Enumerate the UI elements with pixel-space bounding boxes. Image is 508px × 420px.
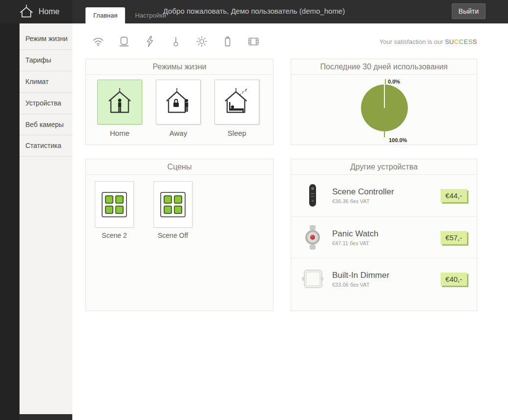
scene-card-scene-off[interactable] xyxy=(153,181,192,228)
device-info: Panic Watch €47.11 без VAT xyxy=(332,229,379,246)
scene-controller-image xyxy=(301,183,324,209)
tagline: Your satisfaction is our SUCCESS xyxy=(380,38,477,45)
away-mode-icon xyxy=(162,88,195,116)
usage-pie-chart xyxy=(361,84,408,131)
other-devices-title: Другие устройства xyxy=(291,159,477,175)
scene-square xyxy=(105,195,113,204)
scenes-row: Scene 2 Scene Off xyxy=(86,175,273,239)
mode-sleep: z z z Sleep xyxy=(214,80,259,137)
main-content: Your satisfaction is our SUCCESS Режимы … xyxy=(72,23,508,420)
life-modes-title: Режимы жизни xyxy=(86,59,273,75)
sidebar-item-climate[interactable]: Климат xyxy=(20,71,72,93)
mode-label-home: Home xyxy=(97,129,142,137)
panic-watch-image xyxy=(301,225,324,250)
mode-away: Away xyxy=(156,80,201,137)
scene-square xyxy=(174,195,182,204)
scene-square xyxy=(164,206,172,214)
price-badge: €44,- xyxy=(441,189,467,202)
scenes-title: Сцены xyxy=(86,159,273,175)
wifi-icon[interactable] xyxy=(92,35,105,48)
tagline-success: SUCCESS xyxy=(445,38,477,45)
pie-tick-zero xyxy=(385,79,386,84)
success-letter: E xyxy=(464,38,468,45)
device-info: Built-In Dimmer €33.06 без VAT xyxy=(332,271,389,288)
scene-square xyxy=(164,195,172,204)
brightness-icon[interactable] xyxy=(195,35,208,48)
usage-chart-area: 0.0% 100.0% xyxy=(291,75,477,145)
scene-label-scene-off: Scene Off xyxy=(153,231,192,239)
mode-label-away: Away xyxy=(156,129,201,137)
sidebar: Режим жизни Тарифы Климат Устройства Веб… xyxy=(20,23,72,414)
scene-off: Scene Off xyxy=(153,181,192,239)
device-filter-toolbar: Your satisfaction is our SUCCESS xyxy=(72,23,508,48)
other-devices-panel: Другие устройства Scene Controller €36.3… xyxy=(291,159,477,311)
success-letter: S xyxy=(445,38,449,45)
home-mode-icon xyxy=(103,88,136,116)
device-name: Scene Controller xyxy=(332,187,394,197)
scene-square xyxy=(115,195,124,204)
app-window: Home Добро пожаловать, Демо пользователь… xyxy=(0,0,508,420)
welcome-text: Добро пожаловать, Демо пользователь (dem… xyxy=(0,7,508,15)
scenes-panel: Сцены Scene 2 xyxy=(85,159,274,311)
svg-text:z: z xyxy=(241,90,244,94)
battery-icon[interactable] xyxy=(221,35,234,48)
sleep-mode-icon: z z z xyxy=(220,88,254,116)
left-rail xyxy=(0,23,20,420)
scene-grid-icon xyxy=(102,192,127,217)
mode-card-home[interactable] xyxy=(97,80,142,125)
sidebar-item-life-mode[interactable]: Режим жизни xyxy=(20,28,72,50)
device-row-built-in-dimmer[interactable]: Built-In Dimmer €33.06 без VAT €40,- xyxy=(291,258,477,299)
success-letter: C xyxy=(459,38,464,45)
device-vat-note: €47.11 без VAT xyxy=(332,240,379,246)
tagline-prefix: Your satisfaction is our xyxy=(380,38,445,45)
usage-panel: Последние 30 дней использования 0.0% 100… xyxy=(291,59,477,145)
life-modes-panel: Режимы жизни xyxy=(85,59,274,145)
sidebar-item-devices[interactable]: Устройства xyxy=(20,93,72,114)
built-in-dimmer-image xyxy=(301,267,324,291)
scene-2: Scene 2 xyxy=(95,181,134,239)
price-badge: €57,- xyxy=(441,231,467,244)
scene-square xyxy=(105,206,113,214)
tab-settings[interactable]: Настройки xyxy=(127,7,174,23)
success-letter: S xyxy=(468,38,473,45)
thermometer-icon[interactable] xyxy=(169,35,182,48)
device-name: Built-In Dimmer xyxy=(332,271,389,280)
price-badge: €40,- xyxy=(441,273,467,286)
device-info: Scene Controller €36.36 без VAT xyxy=(332,187,394,204)
scene-square xyxy=(115,206,124,214)
mode-card-away[interactable] xyxy=(156,80,201,125)
pie-tick-full xyxy=(384,131,385,137)
sidebar-item-tariffs[interactable]: Тарифы xyxy=(20,50,72,71)
sidebar-item-webcams[interactable]: Веб камеры xyxy=(20,114,72,136)
header-tabs: Главная Настройки xyxy=(85,7,174,23)
mode-label-sleep: Sleep xyxy=(214,129,259,137)
video-icon[interactable] xyxy=(247,35,260,48)
success-letter: U xyxy=(449,38,454,45)
device-name: Panic Watch xyxy=(332,229,379,239)
success-letter: C xyxy=(454,38,459,45)
mode-card-sleep[interactable]: z z z xyxy=(214,80,259,125)
usage-title: Последние 30 дней использования xyxy=(291,59,477,75)
pie-label-full: 100.0% xyxy=(389,137,407,143)
device-row-panic-watch[interactable]: Panic Watch €47.11 без VAT €57,- xyxy=(291,216,477,258)
mode-home: Home xyxy=(97,80,142,137)
success-letter: S xyxy=(473,38,477,45)
sidebar-item-statistics[interactable]: Статистика xyxy=(20,135,72,157)
lightning-icon[interactable] xyxy=(144,35,156,48)
top-header: Home Добро пожаловать, Демо пользователь… xyxy=(0,0,508,23)
svg-text:z: z xyxy=(244,88,247,92)
scene-label-scene-2: Scene 2 xyxy=(95,231,134,239)
modes-row: Home xyxy=(86,75,273,137)
tab-main[interactable]: Главная xyxy=(85,7,125,23)
scene-card-scene-2[interactable] xyxy=(95,181,134,228)
logout-button[interactable]: Выйти xyxy=(452,3,486,19)
device-vat-note: €36.36 без VAT xyxy=(332,198,394,204)
device-vat-note: €33.06 без VAT xyxy=(332,282,389,288)
scene-grid-icon xyxy=(160,192,186,217)
scene-square xyxy=(174,206,182,214)
device-row-scene-controller[interactable]: Scene Controller €36.36 без VAT €44,- xyxy=(291,175,477,216)
sensor-icon[interactable] xyxy=(118,35,130,48)
pie-label-zero: 0.0% xyxy=(388,79,400,84)
